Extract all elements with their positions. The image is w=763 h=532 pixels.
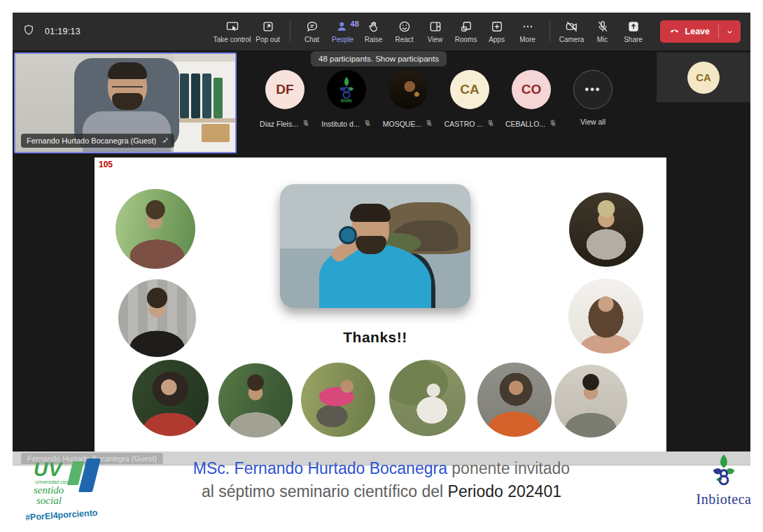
rooms-button[interactable]: Rooms: [451, 20, 482, 43]
view-layout-icon: [428, 20, 442, 34]
photo-fieldwork-person: [301, 363, 375, 437]
video-person-beard: [112, 93, 143, 110]
photo-man-backpack: [218, 363, 293, 438]
mic-button[interactable]: Mic: [587, 20, 618, 43]
pin-icon: [160, 136, 169, 146]
meeting-toolbar: 01:19:13 Take control Pop out Chat: [13, 13, 750, 50]
video-person-glasses: [112, 80, 143, 88]
chat-button[interactable]: Chat: [297, 20, 328, 43]
react-button[interactable]: React: [389, 20, 420, 43]
photo-woman-red-jacket: [132, 360, 209, 436]
muted-mic-icon: [363, 118, 372, 130]
leave-button[interactable]: Leave: [660, 20, 741, 43]
speaker-name: MSc. Fernando Hurtado Bocanegra: [193, 459, 447, 477]
raise-hand-icon: [367, 20, 381, 34]
take-control-button[interactable]: Take control: [212, 20, 253, 43]
participant-strip: DF Diaz Fleis... biote Ins: [256, 70, 622, 130]
uv-hashtag: #PorEl4porciento: [25, 507, 98, 522]
people-count-badge: 48: [351, 20, 359, 28]
self-video-name-label: Fernando Hurtado Bocanegra (Guest): [21, 134, 174, 148]
camera-button[interactable]: Camera: [556, 20, 587, 43]
mic-off-icon: [596, 20, 610, 34]
photo-man-beanie: [115, 189, 195, 269]
photo-man-beard: [118, 279, 196, 357]
people-button[interactable]: 48 People: [328, 20, 358, 43]
slide-page-number: 105: [99, 160, 113, 169]
avatar-initials: CA: [450, 70, 489, 109]
video-person-hair: [108, 62, 147, 79]
view-all-ellipsis-icon: •••: [573, 70, 612, 109]
svg-text:biote: biote: [341, 98, 352, 103]
photo-avatar: [388, 70, 428, 109]
avatar-initials: CA: [687, 62, 720, 94]
pop-out-button[interactable]: Pop out: [253, 20, 284, 43]
people-icon: 48: [336, 20, 350, 34]
inbioteca-logo: Inbioteca: [690, 454, 757, 521]
photo-elder-man: [569, 192, 643, 267]
photo-olive-picker: [389, 360, 465, 436]
react-smiley-icon: [398, 20, 412, 34]
view-all-button[interactable]: ••• View all: [564, 70, 622, 130]
instituto-logo-avatar: biote: [327, 70, 366, 109]
avatar-initials: DF: [265, 70, 304, 109]
participant-castro[interactable]: CA CASTRO ...: [441, 70, 498, 130]
hangup-phone-icon: [668, 24, 680, 38]
participants-tooltip: 48 participants. Show participants: [311, 51, 447, 66]
toolbar-divider: [550, 21, 550, 42]
muted-mic-icon: [486, 118, 495, 130]
muted-mic-icon: [302, 118, 310, 130]
photo-man-glasses: [554, 365, 627, 438]
share-icon: [626, 20, 640, 34]
self-video-tile[interactable]: Fernando Hurtado Bocanegra (Guest): [14, 52, 237, 153]
apps-plus-icon: [490, 20, 504, 34]
photo-man-orange-jacket: [477, 363, 552, 437]
muted-mic-icon: [425, 118, 433, 130]
apps-button[interactable]: Apps: [482, 20, 512, 43]
security-shield-icon: [22, 24, 35, 39]
share-button[interactable]: Share: [618, 20, 649, 43]
pop-out-icon: [261, 20, 275, 34]
participant-ceballos[interactable]: CO CEBALLO...: [503, 70, 560, 130]
photo-woman-longhair: [568, 279, 643, 354]
inbioteca-glyph-icon: [708, 454, 739, 490]
shared-slide: 105 Thanks!!: [94, 158, 666, 451]
corner-participant-tile[interactable]: CA: [657, 52, 750, 102]
participant-diaz[interactable]: DF Diaz Fleis...: [256, 70, 314, 130]
take-control-icon: [225, 20, 239, 34]
chat-icon: [305, 20, 319, 34]
meeting-timer: 01:19:13: [45, 27, 80, 36]
toolbar-divider: [290, 21, 290, 42]
leave-options-chevron[interactable]: [719, 27, 741, 36]
avatar-initials: CO: [512, 70, 551, 109]
muted-mic-icon: [549, 118, 557, 130]
more-ellipsis-icon: [521, 20, 535, 34]
more-button[interactable]: More: [512, 20, 543, 43]
rooms-icon: [459, 20, 473, 34]
video-shelf-background: [174, 54, 235, 152]
camera-off-icon: [565, 20, 579, 34]
thanks-text: Thanks!!: [280, 329, 470, 346]
raise-hand-button[interactable]: Raise: [358, 20, 389, 43]
uv-logo: UV Universidad con sentido social #PorEl…: [24, 458, 129, 526]
participant-mosque[interactable]: MOSQUE...: [379, 70, 437, 130]
meeting-screenshot: 01:19:13 Take control Pop out Chat: [0, 0, 763, 532]
participant-instituto[interactable]: biote Instituto d...: [318, 70, 375, 130]
period-label: Periodo 202401: [448, 482, 561, 500]
view-button[interactable]: View: [420, 20, 451, 43]
photo-main-monocular: [280, 184, 470, 308]
